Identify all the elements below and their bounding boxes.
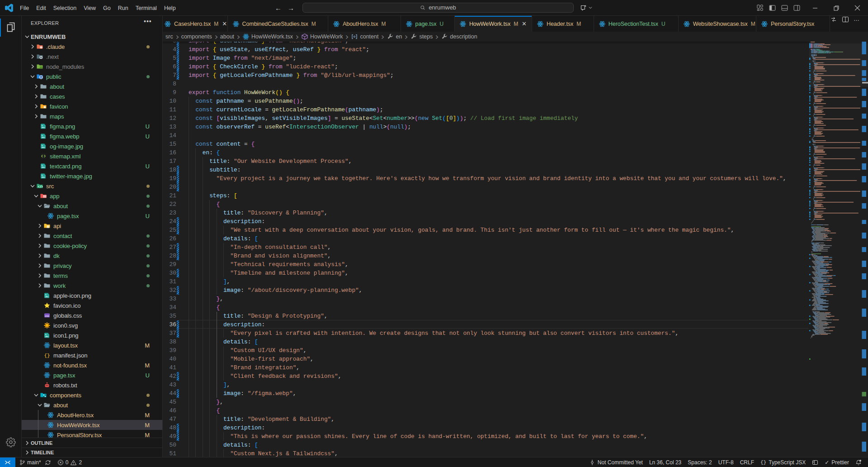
svg-text:css: css [45, 315, 49, 317]
svg-text:{}: {} [44, 353, 50, 358]
